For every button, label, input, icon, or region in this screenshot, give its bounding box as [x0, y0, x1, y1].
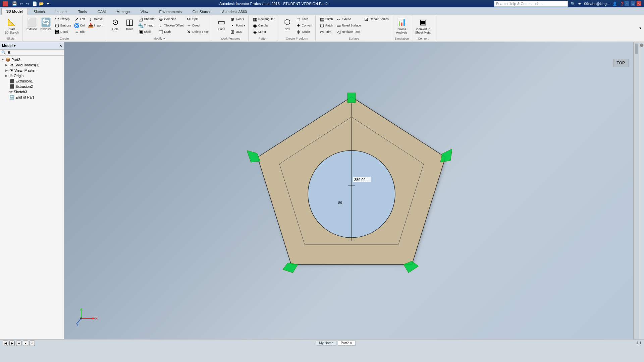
- tab-sketch[interactable]: Sketch: [29, 8, 50, 15]
- delete-face-btn[interactable]: ✕ Delete Face: [185, 29, 210, 35]
- redo-btn[interactable]: ↪: [25, 1, 31, 7]
- user-icon[interactable]: 👤: [612, 2, 617, 6]
- view-icon[interactable]: ⊞: [7, 50, 10, 55]
- fillet-btn[interactable]: ◫ Fillet: [123, 16, 136, 32]
- filter-icon[interactable]: 🔍: [1, 50, 6, 55]
- trim-btn[interactable]: ✂ Trim: [318, 29, 334, 35]
- extrude-btn[interactable]: ⬜ Extrude: [25, 16, 39, 32]
- decal-btn[interactable]: 🖼 Decal: [53, 29, 72, 35]
- tree-part2[interactable]: ▼ 📦 Part2: [0, 57, 64, 62]
- tab-getstarted[interactable]: Get Started: [187, 8, 216, 15]
- open-btn[interactable]: 📂: [38, 1, 44, 7]
- replace-face-icon: ◁: [336, 29, 341, 35]
- thread-btn[interactable]: 🔩 Thread: [137, 22, 157, 28]
- axis-btn[interactable]: ⊕ Axis ▾: [229, 16, 246, 22]
- mirror-btn[interactable]: ◈ Mirror: [251, 29, 276, 35]
- revolve-btn[interactable]: 🔄 Revolve: [39, 16, 53, 32]
- loft-btn[interactable]: ↗ Loft: [73, 16, 87, 22]
- undo-btn[interactable]: ↩: [18, 1, 24, 7]
- tree-extrusion2[interactable]: ⬛ Extrusion2: [0, 84, 64, 89]
- replace-face-btn[interactable]: ◁ Replace Face: [335, 29, 362, 35]
- rib-btn[interactable]: ≡ Rib: [73, 29, 87, 35]
- group-work-features: ▭ Plane ⊕ Axis ▾ • Point ▾ ⊞ UCS Work Fe…: [213, 15, 249, 41]
- panel-toggle[interactable]: [640, 44, 643, 47]
- repair-bodies-btn[interactable]: ⊡ Repair Bodies: [363, 16, 390, 22]
- rectangular-btn[interactable]: ▦ Rectangular: [251, 16, 276, 22]
- help-icon[interactable]: ❓: [620, 2, 625, 6]
- save-btn[interactable]: 💾: [11, 1, 17, 7]
- shell-btn[interactable]: ▣ Shell: [137, 29, 157, 35]
- derive-btn[interactable]: ↓ Derive: [87, 16, 104, 22]
- coil-btn[interactable]: 🌀 Coil: [73, 22, 87, 28]
- tree-origin[interactable]: ▶ ⊕ Origin: [0, 73, 64, 78]
- stress-analysis-btn[interactable]: 📊 StressAnalysis: [395, 16, 409, 35]
- tab-a360[interactable]: Autodesk A360: [217, 8, 252, 15]
- replace-face-label: Replace Face: [342, 30, 361, 34]
- import-btn[interactable]: 📥 Import: [87, 22, 104, 28]
- ruled-surface-btn[interactable]: ▭ Ruled Surface: [335, 22, 362, 28]
- draft-btn[interactable]: ⬚ Draft: [157, 29, 185, 35]
- rib-icon: ≡: [74, 29, 79, 35]
- maximize-btn[interactable]: □: [631, 1, 635, 6]
- box-btn[interactable]: ⬡ Box: [281, 16, 294, 32]
- viewport[interactable]: TOP: [64, 42, 639, 339]
- hole-btn[interactable]: ⊙ Hole: [109, 16, 122, 32]
- ucs-btn[interactable]: ⊞ UCS: [229, 29, 246, 35]
- nav-right-btn[interactable]: ▶: [9, 341, 15, 346]
- circular-btn[interactable]: ◉ Circular: [251, 22, 276, 28]
- convert-freeform-btn[interactable]: ✦ Convert: [295, 22, 314, 28]
- tab-view[interactable]: View: [136, 8, 154, 15]
- minimize-btn[interactable]: −: [625, 1, 629, 6]
- nav-left-btn[interactable]: ◀: [3, 341, 8, 346]
- emboss-btn[interactable]: ⬡ Emboss: [53, 22, 72, 28]
- tab-my-home[interactable]: My Home: [316, 341, 336, 346]
- sculpt-btn[interactable]: ⊕ Sculpt: [295, 29, 314, 35]
- tree-solid-bodies[interactable]: ▶ 🗂 Solid Bodies(1): [0, 62, 64, 68]
- model-header-close[interactable]: ✕: [59, 44, 62, 48]
- tab-tools[interactable]: Tools: [73, 8, 92, 15]
- draft-icon: ⬚: [158, 29, 164, 35]
- svg-marker-6: [283, 263, 298, 273]
- stitch-btn[interactable]: ▤ Stitch: [318, 16, 334, 22]
- tree-sketch3[interactable]: ✏ Sketch3: [0, 89, 64, 95]
- search-input[interactable]: [494, 1, 568, 7]
- tab-3dmodel[interactable]: 3D Model: [1, 8, 28, 15]
- new-btn[interactable]: 📄: [32, 1, 38, 7]
- extend-btn[interactable]: ↔ Extend: [335, 16, 362, 22]
- loft-icon: ↗: [74, 16, 79, 22]
- split-btn[interactable]: ✂ Split: [185, 16, 210, 22]
- point-btn[interactable]: • Point ▾: [229, 22, 246, 28]
- tab-manage[interactable]: Manage: [111, 8, 135, 15]
- face-btn[interactable]: ◻ Face: [295, 16, 314, 22]
- start-2d-sketch-btn[interactable]: 📐 Start2D Sketch: [3, 16, 20, 35]
- settings-btn[interactable]: ▼: [45, 1, 51, 7]
- nav-next-btn[interactable]: ▸: [23, 341, 28, 346]
- tree-extrusion1[interactable]: ⬛ Extrusion1: [0, 78, 64, 84]
- chamfer-btn[interactable]: ◿ Chamfer: [137, 16, 157, 22]
- thicken-icon: ↕: [158, 23, 164, 28]
- tree-view-master[interactable]: ▶ 👁 View: Master: [0, 68, 64, 73]
- tab-part2[interactable]: Part2 ✕: [338, 341, 356, 346]
- plane-btn[interactable]: ▭ Plane: [215, 16, 228, 32]
- sweep-btn[interactable]: 〰 Sweep: [53, 16, 72, 22]
- close-btn[interactable]: ✕: [637, 1, 641, 6]
- convert-sheet-metal-btn[interactable]: ▣ Convert toSheet Metal: [414, 16, 433, 35]
- combine-btn[interactable]: ⊕ Combine: [157, 16, 185, 22]
- direct-btn[interactable]: ↔ Direct: [185, 22, 210, 28]
- hole-icon: ⊙: [110, 17, 121, 27]
- tab-cam[interactable]: CAM: [93, 8, 111, 15]
- scroll-handle[interactable]: [635, 44, 638, 54]
- extrude-icon: ⬜: [26, 17, 37, 27]
- tab-inspect[interactable]: Inspect: [51, 8, 72, 15]
- surface-small1: ▤ Stitch ⬡ Patch ✂ Trim: [318, 16, 334, 35]
- tab-environments[interactable]: Environments: [154, 8, 187, 15]
- repair-bodies-icon: ⊡: [364, 16, 369, 22]
- thicken-btn[interactable]: ↕ Thicken/Offset: [157, 22, 185, 28]
- ribbon-overflow[interactable]: ▾: [638, 15, 643, 41]
- tree-end-of-part[interactable]: 🔚 End of Part: [0, 95, 64, 100]
- nav-prev-btn[interactable]: ◂: [16, 341, 21, 346]
- home-nav-btn[interactable]: ⌂: [30, 341, 35, 346]
- patch-btn[interactable]: ⬡ Patch: [318, 22, 334, 28]
- ucs-icon: ⊞: [230, 29, 235, 35]
- bookmark-icon[interactable]: ★: [578, 2, 581, 6]
